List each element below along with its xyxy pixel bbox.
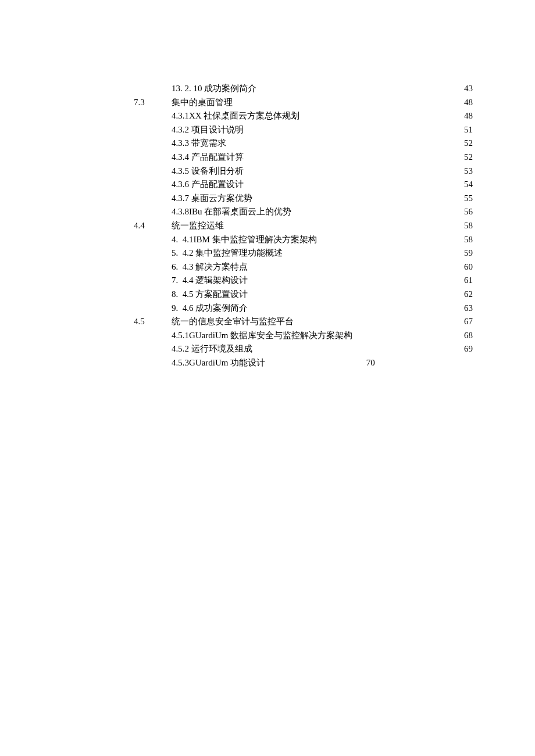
toc-page-number: 56 bbox=[455, 207, 473, 216]
toc-row: 4.3.3 带宽需求52 bbox=[134, 139, 473, 153]
toc-row: 4.3.7 桌面云方案优势55 bbox=[134, 194, 473, 208]
toc-page-number: 48 bbox=[455, 98, 473, 107]
toc-page-number: 43 bbox=[455, 84, 473, 93]
toc-page-number: 70 bbox=[346, 359, 375, 367]
toc-page-number: 59 bbox=[455, 249, 473, 257]
toc-row: 4.3.1XX 社保桌面云方案总体规划48 bbox=[134, 112, 473, 126]
toc-title: 5. 4.2 集中监控管理功能概述 bbox=[172, 249, 455, 257]
toc-page-number: 61 bbox=[455, 276, 473, 285]
toc-row: 7.3集中的桌面管理48 bbox=[134, 98, 473, 112]
toc-row: 4.3.2 项目设计说明51 bbox=[134, 126, 473, 139]
toc-row: 4. 4.1IBM 集中监控管理解决方案架构58 bbox=[134, 235, 473, 249]
toc-row: 4.5.3GUardiUm 功能设计70 bbox=[134, 359, 473, 372]
toc-title: 4.5.3GUardiUm 功能设计 bbox=[172, 359, 346, 367]
toc-row: 6. 4.3 解决方案特点60 bbox=[134, 263, 473, 277]
table-of-contents: 13. 2. 10 成功案例简介437.3集中的桌面管理484.3.1XX 社保… bbox=[134, 84, 473, 372]
toc-title: 4.5.1GUardiUm 数据库安全与监控解决方案架构 bbox=[172, 331, 455, 340]
toc-title: 4.3.1XX 社保桌面云方案总体规划 bbox=[172, 112, 455, 120]
toc-title: 统一的信息安全审计与监控平台 bbox=[172, 317, 455, 326]
toc-title: 4.3.6 产品配置设计 bbox=[172, 180, 455, 189]
toc-page-number: 60 bbox=[455, 263, 473, 271]
toc-page-number: 51 bbox=[455, 126, 473, 134]
toc-page-number: 68 bbox=[455, 331, 473, 340]
toc-page-number: 48 bbox=[455, 112, 473, 120]
toc-title: 4. 4.1IBM 集中监控管理解决方案架构 bbox=[172, 235, 455, 244]
toc-page-number: 58 bbox=[455, 221, 473, 230]
toc-title: 4.3.2 项目设计说明 bbox=[172, 126, 455, 134]
toc-row: 4.3.5 设备利旧分析53 bbox=[134, 167, 473, 181]
toc-title: 集中的桌面管理 bbox=[172, 98, 455, 107]
toc-row: 5. 4.2 集中监控管理功能概述59 bbox=[134, 249, 473, 263]
toc-title: 4.3.3 带宽需求 bbox=[172, 139, 455, 148]
toc-title: 6. 4.3 解决方案特点 bbox=[172, 263, 455, 271]
toc-row: 8. 4.5 方案配置设计62 bbox=[134, 290, 473, 304]
toc-page-number: 52 bbox=[455, 139, 473, 148]
toc-row: 4.3.6 产品配置设计54 bbox=[134, 180, 473, 194]
toc-title: 4.3.8IBu 在部署桌面云上的优势 bbox=[172, 207, 455, 216]
toc-title: 4.5.2 运行环境及组成 bbox=[172, 345, 455, 353]
toc-title: 13. 2. 10 成功案例简介 bbox=[172, 84, 455, 93]
toc-title: 4.3.7 桌面云方案优势 bbox=[172, 194, 455, 203]
toc-page-number: 58 bbox=[455, 235, 473, 244]
toc-row: 9. 4.6 成功案例简介63 bbox=[134, 304, 473, 318]
toc-section-number: 4.5 bbox=[134, 317, 172, 326]
toc-row: 4.5.1GUardiUm 数据库安全与监控解决方案架构68 bbox=[134, 331, 473, 345]
toc-page-number: 54 bbox=[455, 180, 473, 189]
toc-page-number: 69 bbox=[455, 345, 473, 353]
toc-title: 9. 4.6 成功案例简介 bbox=[172, 304, 455, 313]
toc-page-number: 55 bbox=[455, 194, 473, 203]
toc-section-number: 4.4 bbox=[134, 221, 172, 230]
toc-title: 统一监控运维 bbox=[172, 221, 455, 230]
toc-title: 7. 4.4 逻辑架构设计 bbox=[172, 276, 455, 285]
toc-page-number: 52 bbox=[455, 153, 473, 162]
toc-title: 4.3.5 设备利旧分析 bbox=[172, 167, 455, 175]
document-page: 13. 2. 10 成功案例简介437.3集中的桌面管理484.3.1XX 社保… bbox=[0, 0, 535, 756]
toc-row: 7. 4.4 逻辑架构设计61 bbox=[134, 276, 473, 290]
toc-title: 8. 4.5 方案配置设计 bbox=[172, 290, 455, 299]
toc-row: 13. 2. 10 成功案例简介43 bbox=[134, 84, 473, 98]
toc-page-number: 67 bbox=[455, 317, 473, 326]
toc-page-number: 62 bbox=[455, 290, 473, 299]
toc-row: 4.3.8IBu 在部署桌面云上的优势56 bbox=[134, 207, 473, 221]
toc-row: 4.5.2 运行环境及组成69 bbox=[134, 345, 473, 359]
toc-page-number: 63 bbox=[455, 304, 473, 313]
toc-title: 4.3.4 产品配置计算 bbox=[172, 153, 455, 162]
toc-row: 4.3.4 产品配置计算52 bbox=[134, 153, 473, 167]
toc-row: 4.5统一的信息安全审计与监控平台67 bbox=[134, 317, 473, 331]
toc-page-number: 53 bbox=[455, 167, 473, 175]
toc-row: 4.4统一监控运维58 bbox=[134, 221, 473, 235]
toc-section-number: 7.3 bbox=[134, 98, 172, 107]
